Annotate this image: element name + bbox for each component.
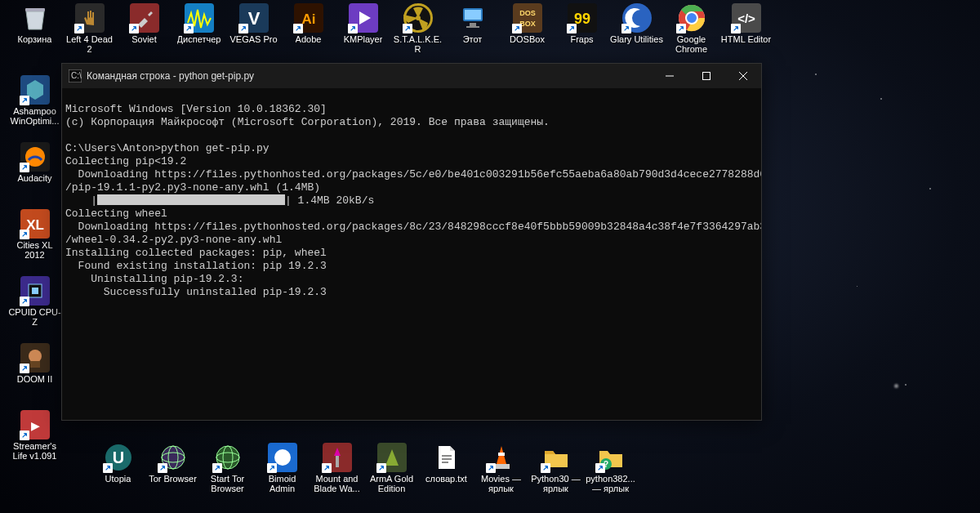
- icon-label: Cities XL 2012: [8, 240, 61, 260]
- shortcut-arrow-icon: [20, 364, 29, 373]
- desktop-icon-dispatcher[interactable]: Диспетчер: [172, 3, 225, 44]
- icon-label: Ashampoo WinOptimi...: [8, 106, 61, 126]
- icon-label: Tor Browser: [149, 474, 197, 484]
- desktop-icon-streamers-life[interactable]: ▶Streamer's Life v1.091: [8, 410, 61, 461]
- desktop-icon-kmplayer[interactable]: KMPlayer: [336, 3, 390, 44]
- shortcut-arrow-icon: [20, 297, 29, 306]
- streamers-life-icon: ▶: [20, 410, 50, 439]
- command-prompt-window: C:\ Командная строка - python get-pip.py…: [61, 63, 762, 421]
- icon-label: Start Tor Browser: [201, 474, 254, 493]
- desktop-icon-dosbox[interactable]: DOSBOXDOSBox: [501, 3, 554, 44]
- icon-label: Корзина: [18, 34, 52, 44]
- icon-label: DOSBox: [510, 34, 545, 44]
- fraps-icon: 99: [568, 3, 597, 33]
- svg-rect-56: [493, 464, 510, 469]
- desktop-icon-python30-shortcut[interactable]: Python30 — ярлык: [529, 443, 582, 493]
- desktop-icon-cpuid-cpuz[interactable]: CPUID CPU-Z: [8, 276, 61, 327]
- desktop-icon-adobe-illustrator[interactable]: AiAdobe: [282, 3, 335, 44]
- shortcut-arrow-icon: [676, 24, 686, 33]
- icon-label: HTML Editor: [721, 34, 771, 44]
- desktop-icon-ashampoo[interactable]: Ashampoo WinOptimi...: [8, 75, 61, 126]
- svg-text:C:\: C:\: [71, 71, 82, 80]
- desktop-icon-doom2[interactable]: DOOM II: [8, 343, 61, 384]
- mount-blade-icon: [323, 443, 352, 472]
- progress-bar: [97, 194, 285, 205]
- l4d2-icon: [75, 3, 105, 33]
- shortcut-arrow-icon: [129, 24, 139, 33]
- desktop-icon-recycle-bin[interactable]: Корзина: [8, 3, 61, 44]
- maximize-button[interactable]: [688, 64, 724, 88]
- svg-point-11: [416, 16, 421, 20]
- desktop-icon-start-tor[interactable]: Start Tor Browser: [201, 443, 254, 493]
- svg-text:U: U: [112, 448, 123, 466]
- icon-label: Этот: [463, 34, 483, 44]
- svg-text:BOX: BOX: [519, 20, 536, 28]
- icon-label: Audacity: [17, 173, 51, 183]
- desktop-icon-cities-xl[interactable]: XLCities XL 2012: [8, 209, 61, 260]
- chrome-icon: [677, 3, 706, 33]
- desktop-icon-audacity[interactable]: Audacity: [8, 142, 61, 183]
- shortcut-arrow-icon: [567, 24, 577, 33]
- svg-point-25: [686, 12, 697, 24]
- desktop-icon-slovar[interactable]: словар.txt: [420, 443, 473, 484]
- arma-gold-icon: [377, 443, 407, 472]
- console-output: Microsoft Windows [Version 10.0.18362.30…: [62, 88, 761, 420]
- kmplayer-icon: [349, 3, 378, 33]
- desktop-icon-glary-utilities[interactable]: Glary Utilities: [610, 3, 663, 44]
- dosbox-icon: DOSBOX: [513, 3, 542, 33]
- svg-text:DOS: DOS: [519, 9, 536, 17]
- cpuid-cpuz-icon: [20, 276, 50, 306]
- svg-rect-57: [498, 453, 505, 456]
- desktop-icon-html-editor[interactable]: </>HTML Editor: [719, 3, 773, 44]
- svg-rect-54: [336, 456, 339, 467]
- titlebar[interactable]: C:\ Командная строка - python get-pip.py: [62, 64, 761, 88]
- shortcut-arrow-icon: [621, 24, 631, 33]
- desktop-icon-tor-browser[interactable]: Tor Browser: [146, 443, 199, 484]
- svg-rect-0: [25, 8, 45, 11]
- python30-shortcut-icon: [541, 443, 571, 472]
- desktop-icon-utopia[interactable]: UUtopia: [91, 443, 145, 484]
- shortcut-arrow-icon: [20, 230, 29, 239]
- icon-label: Streamer's Life v1.091: [8, 441, 61, 461]
- icon-label: S.T.A.L.K.E.R: [391, 34, 444, 54]
- tor-browser-icon: [158, 443, 188, 472]
- shortcut-arrow-icon: [541, 463, 550, 473]
- icon-label: DOOM II: [17, 374, 52, 384]
- ashampoo-icon: [20, 75, 50, 105]
- icon-label: VEGAS Pro: [229, 34, 277, 44]
- desktop-icon-chrome[interactable]: Google Chrome: [665, 3, 718, 54]
- desktop-icon-fraps[interactable]: 99Fraps: [555, 3, 608, 44]
- icon-label: Movies — ярлык: [474, 474, 528, 493]
- shortcut-arrow-icon: [595, 463, 605, 473]
- desktop-icon-stalker[interactable]: S.T.A.L.K.E.R: [391, 3, 444, 54]
- desktop-icon-movies-shortcut[interactable]: Movies — ярлык: [474, 443, 528, 493]
- desktop-icon-vegas-pro[interactable]: VVEGAS Pro: [227, 3, 280, 44]
- shortcut-arrow-icon: [238, 24, 248, 33]
- shortcut-arrow-icon: [267, 463, 277, 473]
- svg-rect-38: [30, 361, 40, 368]
- icon-label: CPUID CPU-Z: [8, 307, 61, 327]
- icon-label: Mount and Blade Wa...: [310, 474, 363, 493]
- minimize-button[interactable]: [651, 64, 688, 88]
- desktop-icon-python382-shortcut[interactable]: ?python382... — ярлык: [584, 443, 637, 493]
- svg-rect-15: [466, 26, 479, 28]
- desktop-icon-bimoid[interactable]: Bimoid Admin: [256, 443, 309, 493]
- shortcut-arrow-icon: [403, 24, 412, 33]
- desktop-icon-this-pc[interactable]: Этот: [446, 3, 499, 44]
- desktop-icon-mount-blade[interactable]: Mount and Blade Wa...: [310, 443, 363, 493]
- utopia-icon: U: [104, 443, 133, 472]
- icon-label: Left 4 Dead 2: [63, 34, 116, 54]
- movies-shortcut-icon: [487, 443, 516, 472]
- icon-label: KMPlayer: [344, 34, 383, 44]
- shortcut-arrow-icon: [348, 24, 358, 33]
- desktop-icon-l4d2[interactable]: Left 4 Dead 2: [63, 3, 116, 54]
- icon-label: Soviet: [131, 34, 157, 44]
- stalker-icon: [403, 3, 433, 33]
- doom2-icon: [20, 343, 50, 372]
- desktop-icon-arma-gold[interactable]: ArmA Gold Edition: [365, 443, 418, 493]
- svg-text:Ai: Ai: [301, 11, 315, 27]
- icon-label: ArmA Gold Edition: [365, 474, 418, 493]
- close-button[interactable]: [724, 64, 761, 88]
- desktop-icon-soviet[interactable]: Soviet: [118, 3, 171, 44]
- icon-label: Диспетчер: [177, 34, 221, 44]
